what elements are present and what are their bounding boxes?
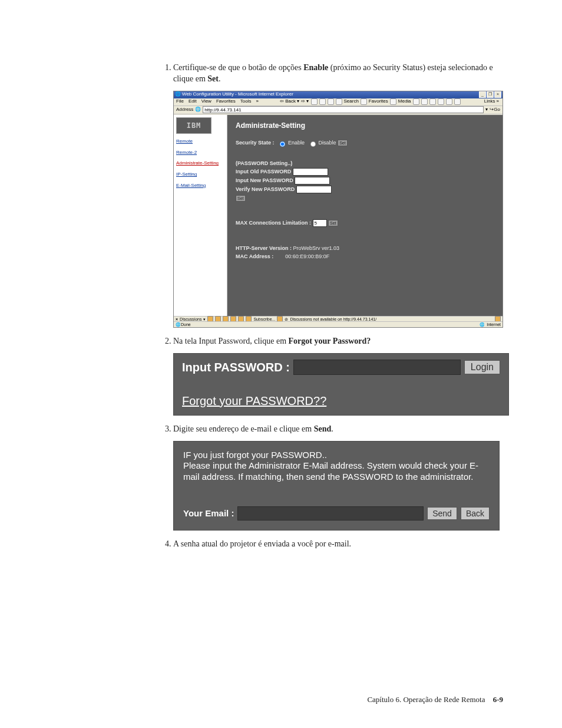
forgot-panel: IF you just forgot your PASSWORD.. Pleas… (173, 441, 500, 531)
sidebar-item-email[interactable]: E-Mail-Setting (176, 183, 224, 189)
go-button[interactable]: ↪Go (490, 107, 500, 113)
http-version-label: HTTP-Server Version : (236, 245, 292, 251)
favorites-label[interactable]: Favorites (369, 98, 388, 105)
discuss-icon[interactable] (446, 98, 452, 105)
window-close-button[interactable]: × (494, 91, 501, 98)
forgot-msg-line2: Please input the Administrator E-Mail ad… (183, 460, 490, 483)
password-heading: (PASSWORD Setting..) (236, 160, 494, 167)
refresh-icon[interactable] (319, 98, 326, 105)
forward-button[interactable]: ⇨ ▾ (301, 98, 309, 105)
forgot-password-link[interactable]: Forgot your PASSWORD?? (182, 393, 326, 409)
menu-edit[interactable]: Edit (189, 98, 197, 105)
step-3: Digite seu endereço de e-mail e clique e… (173, 424, 507, 531)
mac-address-label: MAC Address : (236, 253, 273, 259)
ie-addressbar: Address 🌐 ▾ ↪Go (174, 106, 503, 114)
messenger-icon[interactable] (454, 98, 461, 105)
step-4: A senha atual do projetor é enviada a vo… (173, 539, 507, 550)
admin-heading: Administrate-Setting (236, 121, 494, 130)
forgot-msg-line1: IF you just forgot your PASSWORD.. (183, 450, 490, 461)
ie-sidebar: IBM Remote Remote-2 Administrate-Setting… (174, 115, 227, 317)
status-done: Done (181, 322, 191, 327)
ie-titlebar: 🌐 Web Configuration Utility - Microsoft … (174, 91, 503, 98)
mail-icon[interactable] (421, 98, 428, 105)
security-disable-radio[interactable] (310, 141, 316, 147)
menu-favorites[interactable]: Favorites (216, 98, 236, 105)
home-icon[interactable] (328, 98, 334, 105)
ie-statusbar: 🌐Done 🌐Internet (174, 321, 503, 327)
step-3-bold: Send (314, 424, 332, 433)
max-conn-input[interactable] (313, 219, 327, 227)
login-button[interactable]: Login (464, 360, 500, 374)
edit-icon[interactable] (438, 98, 444, 105)
print-icon[interactable] (429, 98, 436, 105)
ie-main-panel: Administrate-Setting Security State : En… (227, 115, 503, 317)
step-1-bold-enable: Enable (303, 63, 328, 72)
menu-tools[interactable]: Tools (240, 98, 252, 105)
ie-window: 🌐 Web Configuration Utility - Microsoft … (173, 91, 503, 328)
verify-password-input[interactable] (296, 186, 332, 193)
address-label: Address (176, 107, 193, 113)
search-label[interactable]: Search (344, 98, 359, 105)
links-label[interactable]: Links (484, 98, 495, 105)
verify-password-label: Verify New PASSWORD (236, 186, 295, 192)
menu-view[interactable]: View (201, 98, 211, 105)
step-4-text: A senha atual do projetor é enviada a vo… (173, 539, 351, 548)
your-email-input[interactable] (237, 506, 424, 521)
ie-title: Web Configuration Utility - Microsoft In… (182, 91, 293, 98)
new-password-input[interactable] (295, 177, 330, 185)
input-password-label: Input PASSWORD : (182, 360, 290, 375)
sidebar-item-remote2[interactable]: Remote-2 (176, 150, 224, 156)
history-icon[interactable] (413, 98, 419, 105)
address-input[interactable] (203, 106, 484, 113)
max-conn-set-button[interactable]: Set (328, 220, 338, 226)
search-icon[interactable] (336, 98, 342, 105)
stop-icon[interactable] (311, 98, 318, 105)
step-1: Certifique-se de que o botão de opções E… (173, 62, 507, 328)
old-password-input[interactable] (293, 168, 328, 176)
step-3-text-c: . (331, 424, 333, 433)
step-2-text: Na tela Input Password, clique em (173, 337, 289, 345)
step-2: Na tela Input Password, clique em Forgot… (173, 336, 507, 416)
sidebar-item-ip[interactable]: IP-Setting (176, 172, 224, 178)
send-button[interactable]: Send (427, 507, 457, 520)
security-enable-label: Enable (288, 140, 305, 146)
ie-toolbar: ⇦ Back ▾ ⇨ ▾ Search Favorites Media (280, 98, 461, 106)
favorites-icon[interactable] (361, 98, 367, 105)
login-panel: Input PASSWORD : Login Forgot your PASSW… (173, 353, 509, 416)
window-restore-button[interactable]: ❐ (487, 91, 494, 98)
footer-chapter: Capítulo 6. Operação de Rede Remota (367, 695, 485, 704)
footer-page: 6-9 (493, 695, 503, 704)
max-conn-label: MAX Connections Limitation : (236, 220, 311, 226)
security-enable-radio[interactable] (280, 141, 285, 147)
step-2-bold: Forgot your Password? (289, 337, 371, 345)
security-state-label: Security State : (236, 140, 275, 146)
page-footer: Capítulo 6. Operação de Rede Remota 6-9 (367, 695, 503, 704)
security-disable-label: Disable (319, 140, 336, 146)
back-button[interactable]: ⇦ Back ▾ (280, 98, 299, 105)
window-minimize-button[interactable]: _ (479, 91, 486, 98)
step-1-text-e: . (219, 74, 221, 83)
sidebar-item-remote[interactable]: Remote (176, 139, 224, 145)
step-1-bold-set: Set (207, 74, 219, 83)
password-set-button[interactable]: Set (236, 195, 246, 202)
security-set-button[interactable]: Set (338, 140, 348, 146)
menu-file[interactable]: File (176, 98, 184, 105)
your-email-label: Your Email : (183, 508, 234, 519)
http-version-value: ProWebSrv ver1.03 (293, 245, 339, 251)
ie-app-icon: 🌐 (175, 91, 181, 98)
step-1-text-a: Certifique-se de que o botão de opções (173, 63, 303, 72)
ibm-logo: IBM (176, 117, 211, 134)
old-password-label: Input Old PASSWORD (236, 169, 291, 174)
address-icon: 🌐 (195, 107, 201, 113)
media-label[interactable]: Media (398, 98, 411, 105)
step-3-text-a: Digite seu endereço de e-mail e clique e… (173, 424, 314, 433)
status-zone: Internet (487, 322, 501, 327)
media-icon[interactable] (390, 98, 396, 105)
password-input[interactable] (293, 360, 461, 375)
new-password-label: Input New PASSWORD (236, 177, 293, 183)
sidebar-item-admin[interactable]: Administrate-Setting (176, 160, 224, 167)
mac-address-value: 00:60:E9:00:B9:0F (285, 253, 329, 259)
back-button[interactable]: Back (461, 507, 490, 520)
